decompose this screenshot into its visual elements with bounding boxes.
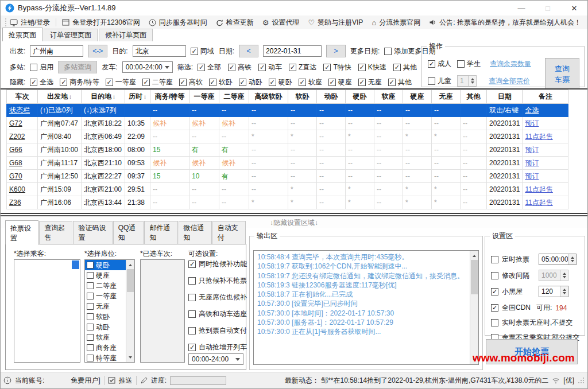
remark-link[interactable]: 全选 xyxy=(523,104,568,117)
checkbox[interactable]: ✓ xyxy=(358,64,366,71)
checkbox[interactable] xyxy=(457,60,465,68)
grab-option[interactable]: ✓同时抢候补功能 xyxy=(188,259,247,269)
train-link[interactable]: Z202 xyxy=(7,130,38,143)
checkbox[interactable] xyxy=(87,262,94,269)
seat-option[interactable]: 硬卧 xyxy=(85,260,126,270)
checkbox[interactable]: ✓ xyxy=(428,60,435,68)
checkbox[interactable] xyxy=(87,334,94,341)
setting-spinner[interactable]: 1000 xyxy=(539,270,568,281)
close-button[interactable]: ✕ xyxy=(561,1,587,15)
remark-link[interactable]: 预订 xyxy=(523,143,568,157)
selected-trains-listbox[interactable] xyxy=(140,259,185,363)
swap-stations-button[interactable]: <-> xyxy=(88,45,107,57)
checkbox[interactable]: ✓ xyxy=(188,344,196,351)
train-type-checkbox[interactable]: ✓K快速 xyxy=(358,63,386,72)
tab-查询起售[interactable]: 查询起售 xyxy=(39,221,72,244)
checkbox[interactable]: ✓ xyxy=(106,79,113,86)
train-link[interactable]: G66 xyxy=(7,143,38,157)
tab-抢票页面[interactable]: 抢票页面 xyxy=(2,28,42,42)
column-header[interactable]: 无座 xyxy=(432,90,461,104)
train-link[interactable]: 状态栏 xyxy=(7,104,38,117)
tab-候补订单页面[interactable]: 候补订单页面 xyxy=(99,29,153,41)
setting-spinner[interactable]: 120 xyxy=(539,286,568,297)
grab-option[interactable]: 高铁和动车选座 xyxy=(188,309,247,319)
resize-grip[interactable] xyxy=(578,377,585,384)
remark-link[interactable]: 11点起售 xyxy=(523,183,568,196)
checkbox[interactable]: ✓ xyxy=(491,304,498,312)
seat-option[interactable]: 动卧 xyxy=(85,322,126,332)
checkbox[interactable]: ✓ xyxy=(228,64,235,71)
toolbar-item[interactable]: 注销/登录 xyxy=(10,18,50,28)
checkbox[interactable]: ✓ xyxy=(269,79,276,86)
tab-微信通知[interactable]: 微信通知 xyxy=(179,221,212,244)
toolbar-item[interactable]: ⚙设置代理 xyxy=(262,18,300,28)
column-header[interactable]: 二等座 xyxy=(219,90,249,104)
minimize-button[interactable]: — xyxy=(508,1,535,15)
column-header[interactable]: 历时↕ xyxy=(125,90,150,104)
checkbox[interactable]: ✓ xyxy=(289,64,296,71)
multi-station-query-button[interactable]: 多站查询 xyxy=(58,61,97,73)
seat-scrollbar[interactable] xyxy=(126,260,134,362)
checkbox[interactable]: ✓ xyxy=(328,79,336,86)
checkbox[interactable]: ✓ xyxy=(142,79,150,86)
seat-option[interactable]: 商务座 xyxy=(85,343,126,353)
checkbox[interactable] xyxy=(87,272,94,279)
remark-link[interactable]: 11点起售 xyxy=(523,130,568,143)
multi-station-enable-checkbox[interactable]: 启用 xyxy=(30,63,53,72)
log-scrollbar[interactable] xyxy=(470,251,478,364)
seat-hide-checkbox[interactable]: ✓动卧 xyxy=(239,77,262,87)
toolbar-item[interactable]: 免登录打开12306官网 xyxy=(62,18,140,28)
child-count-stepper[interactable]: 1 xyxy=(457,75,477,87)
grab-option[interactable]: 只抢候补不抢票 xyxy=(188,276,247,286)
toolbar-item[interactable]: ⌂分流抢票官网 xyxy=(372,18,420,28)
train-type-checkbox[interactable]: ✓动车 xyxy=(258,63,282,72)
scrollbar-thumb[interactable] xyxy=(471,260,478,294)
checkbox[interactable]: ✓ xyxy=(323,64,331,71)
depart-input[interactable] xyxy=(30,45,83,57)
checkbox[interactable]: ✓ xyxy=(191,48,198,55)
column-header[interactable]: 出发地↕ xyxy=(38,90,82,104)
query-tickets-button[interactable]: 查询 车票 xyxy=(545,58,579,91)
push-label[interactable]: 推送 xyxy=(119,376,133,386)
train-type-checkbox[interactable]: ✓高铁 xyxy=(228,63,252,72)
checkbox[interactable] xyxy=(188,294,196,301)
checkbox[interactable] xyxy=(30,64,37,71)
setting-spinner[interactable]: 05:00:00 xyxy=(539,254,577,265)
train-type-checkbox[interactable]: ✓全部 xyxy=(198,63,221,72)
checkbox[interactable] xyxy=(491,256,498,263)
column-header[interactable]: 其他 xyxy=(461,90,487,104)
train-type-checkbox[interactable]: ✓T特快 xyxy=(323,63,351,72)
adult-checkbox[interactable]: ✓成人 xyxy=(428,59,451,69)
seat-option[interactable]: 无座 xyxy=(85,301,126,312)
seat-option[interactable]: 特等座 xyxy=(85,353,126,363)
column-header[interactable]: 车次 xyxy=(7,90,38,104)
column-header[interactable]: 日期 xyxy=(487,90,523,104)
tab-订单管理页面[interactable]: 订单管理页面 xyxy=(44,29,98,41)
remark-link[interactable]: 预订 xyxy=(523,157,568,170)
log-box[interactable]: 10:58:48:4 查询完毕，本次查询共用时:435毫秒。10:58:19:7… xyxy=(253,250,479,365)
checkbox[interactable] xyxy=(188,327,196,334)
toolbar-item[interactable]: 检查更新 xyxy=(216,18,254,28)
column-header[interactable]: 动卧 xyxy=(317,90,346,104)
checkbox[interactable]: ✓ xyxy=(198,64,205,71)
seat-option[interactable]: 软座 xyxy=(85,332,126,343)
seat-hide-checkbox[interactable]: ✓硬座 xyxy=(328,77,352,87)
checkbox[interactable]: ✓ xyxy=(30,79,37,86)
seat-hide-checkbox[interactable]: ✓其他 xyxy=(388,77,412,87)
remark-link[interactable]: 预订 xyxy=(523,117,568,130)
spinner-buttons[interactable] xyxy=(560,270,568,281)
child-checkbox[interactable]: 儿童 xyxy=(428,76,451,86)
passenger-listbox[interactable] xyxy=(14,259,80,363)
grab-option[interactable]: 无座席位也候补 xyxy=(188,293,247,302)
toolbar-item[interactable]: 公告: 抢票靠的是坚持，放弃就是给别人机会！ xyxy=(429,18,581,28)
seat-hide-checkbox[interactable]: ✓软卧 xyxy=(209,77,233,87)
same-city-checkbox[interactable]: ✓同域 xyxy=(191,46,214,56)
tab-QQ通知[interactable]: QQ通知 xyxy=(113,221,144,244)
seat-hide-checkbox[interactable]: ✓全选 xyxy=(30,77,53,87)
seat-option[interactable]: 软卧 xyxy=(85,312,126,322)
tab-邮件通知[interactable]: 邮件通知 xyxy=(144,221,177,244)
dest-input[interactable] xyxy=(133,45,186,57)
seat-hide-checkbox[interactable]: ✓二等座 xyxy=(142,77,173,87)
checkbox[interactable] xyxy=(87,344,94,351)
checkbox[interactable]: ✓ xyxy=(258,64,266,71)
